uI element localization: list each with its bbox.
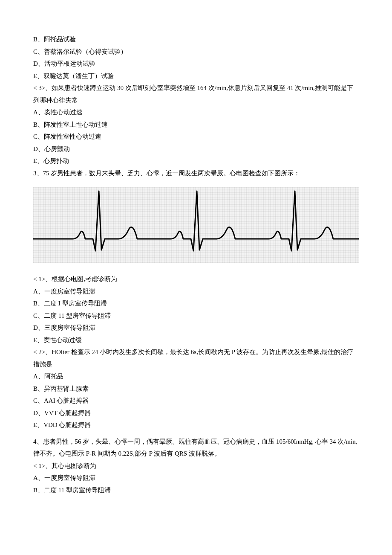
ecg-path bbox=[33, 191, 359, 251]
ecg-image bbox=[33, 187, 359, 263]
option-a: A、阿托品 bbox=[33, 370, 359, 383]
option-b: B、异丙基肾上腺素 bbox=[33, 383, 359, 395]
question-4-stem: 4、患者男性，56 岁，头晕、心悸一周，偶有晕厥。既往有高血压、冠心病病史，血压… bbox=[33, 436, 359, 460]
option-c: C、阵发性室性心动过速 bbox=[33, 131, 359, 143]
option-c: C、AAI 心脏起搏器 bbox=[33, 395, 359, 407]
option-b: B、阵发性室上性心动过速 bbox=[33, 119, 359, 131]
option-e: E、心房扑动 bbox=[33, 155, 359, 167]
option-d: D、VVT 心脏起搏器 bbox=[33, 407, 359, 419]
sub-question-3: < 3>、如果患者快速蹲立运动 30 次后即刻心室率突然增至 164 次/min… bbox=[33, 82, 359, 106]
option-a: A、一度房室传导阻滞 bbox=[33, 472, 359, 484]
sub-question-2: < 2>、HOlter 检查示 24 小时内发生多次长间歇，最长达 6s,长间歇… bbox=[33, 346, 359, 370]
option-b: B、二度 11 型房室传导阻滞 bbox=[33, 484, 359, 497]
sub-question-1: < 1>、其心电图诊断为 bbox=[33, 460, 359, 472]
sub-question-1: < 1>、根据心电图,考虑诊断为 bbox=[33, 273, 359, 285]
option-a: A、一度房室传导阻滞 bbox=[33, 285, 359, 298]
option-e: E、窦性心动过缓 bbox=[33, 334, 359, 346]
option-a: A、窦性心动过速 bbox=[33, 106, 359, 119]
option-b: B、二度 I 型房室传导阻滞 bbox=[33, 297, 359, 310]
option-e: E、VDD 心脏起搏器 bbox=[33, 419, 359, 431]
question-block-3: 4、患者男性，56 岁，头晕、心悸一周，偶有晕厥。既往有高血压、冠心病病史，血压… bbox=[33, 436, 359, 497]
option-b: B、阿托品试验 bbox=[33, 33, 359, 46]
option-c: C、二度 11 型房室传导阻滞 bbox=[33, 310, 359, 322]
question-block-2: < 1>、根据心电图,考虑诊断为 A、一度房室传导阻滞 B、二度 I 型房室传导… bbox=[33, 273, 359, 431]
question-block-1: B、阿托品试验 C、普蔡洛尔试验（心得安试验） D、活动平板运动试验 E、双嚏达… bbox=[33, 33, 359, 179]
ecg-trace bbox=[33, 187, 359, 263]
option-d: D、活动平板运动试验 bbox=[33, 58, 359, 70]
option-e: E、双嚏达莫（潘生丁）试验 bbox=[33, 70, 359, 82]
option-d: D、三度房室传导阻滞 bbox=[33, 322, 359, 334]
question-3-stem: 3、75 岁男性患者，数月来头晕、乏力、心悸，近一周发生两次晕厥。心电图检查如下… bbox=[33, 167, 359, 180]
option-c: C、普蔡洛尔试验（心得安试验） bbox=[33, 46, 359, 58]
option-d: D、心房颤动 bbox=[33, 143, 359, 155]
